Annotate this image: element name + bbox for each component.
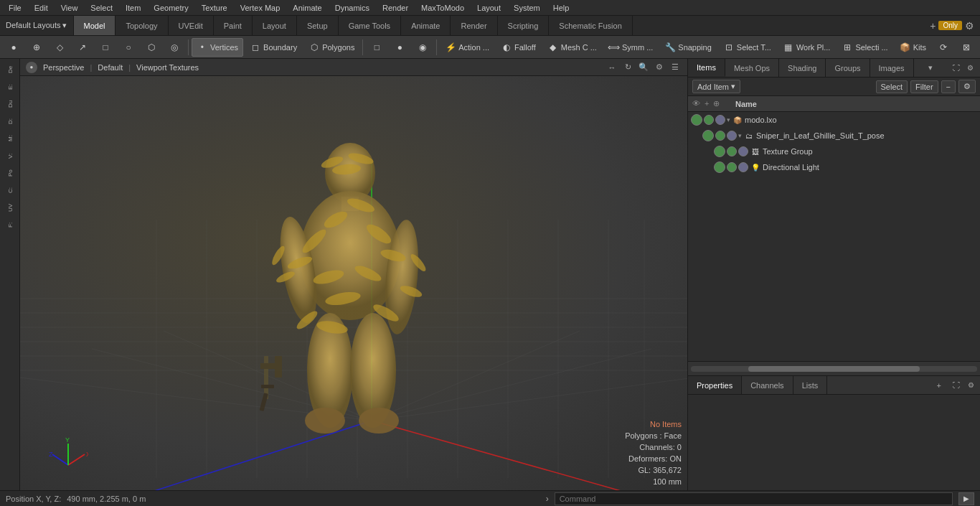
visibility-toggle-texture[interactable] [714,146,725,157]
vis3-light[interactable] [738,162,748,172]
tb-arrow[interactable]: ↗ [72,38,93,57]
shading-label[interactable]: Default [98,63,123,72]
vis2-texture[interactable] [727,146,737,156]
minus-button[interactable]: − [941,80,956,93]
tab-shading[interactable]: Shading [779,59,826,77]
vp-rotate-icon[interactable]: ↻ [621,61,634,74]
menu-vertex-map[interactable]: Vertex Map [235,2,286,14]
layout-tab-setup[interactable]: Setup [297,16,339,35]
ls-item-m[interactable]: M: [2,131,18,146]
list-item-sniper[interactable]: ▾ 🗂 Sniper_in_Leaf_Ghillie_Suit_T_pose [688,128,980,144]
layout-dropdown[interactable]: Default Layouts ▾ [0,16,74,35]
tb-crosshair[interactable]: ⊕ [26,38,47,57]
ls-item-d[interactable]: D: [2,113,18,129]
ls-item-e[interactable]: E: [2,79,18,95]
tb-boundary[interactable]: ◻ Boundary [245,38,302,57]
tb-diamond[interactable]: ◇ [49,38,70,57]
list-item-light[interactable]: 💡 Directional Light [688,159,980,175]
vis3-sniper[interactable] [727,131,737,141]
layout-tab-topology[interactable]: Topology [116,16,168,35]
menu-select[interactable]: Select [85,2,118,14]
props-settings-icon[interactable]: ⚙ [964,379,977,392]
tb-circle[interactable]: ○ [118,38,139,57]
add-item-button[interactable]: Add Item ▾ [692,80,740,93]
ls-item-v[interactable]: V: [2,148,18,164]
tb-action[interactable]: ⚡ Action ... [440,38,494,57]
vp-move-icon[interactable]: ↔ [606,61,618,74]
vis2-light[interactable] [727,162,737,172]
viewport-menu-button[interactable]: ● [26,62,37,73]
layout-tab-scripting[interactable]: Scripting [498,16,550,35]
viewport[interactable]: ● Perspective | Default | Viewport Textu… [20,59,687,490]
layout-tab-uvedit[interactable]: UVEdit [169,16,214,35]
tb-selecti[interactable]: ⊞ Selecti ... [837,38,892,57]
visibility-toggle-sniper[interactable] [702,130,714,141]
layout-tab-model[interactable]: Model [74,16,116,35]
tb-snapping[interactable]: 🔧 Snapping [659,38,717,57]
vp-zoom-icon[interactable]: 🔍 [637,61,650,74]
tb-ring[interactable]: ◉ [412,38,433,57]
tb-hex[interactable]: ⬡ [141,38,162,57]
tab-groups[interactable]: Groups [826,59,870,77]
tab-images[interactable]: Images [870,59,914,77]
layout-tab-schematic[interactable]: Schematic Fusion [549,16,632,35]
tb-vertices[interactable]: • Vertices [192,38,243,57]
menu-layout[interactable]: Layout [471,2,507,14]
tb-polygons[interactable]: ⬡ Polygons [303,38,359,57]
tb-symm[interactable]: ⟺ Symm ... [603,38,658,57]
list-item-modo[interactable]: ▾ 📦 modo.lxo [688,112,980,128]
command-execute-button[interactable]: ▶ [958,492,974,505]
tb-meshc[interactable]: ◆ Mesh C ... [542,38,602,57]
menu-file[interactable]: File [3,2,27,14]
ls-item-du[interactable]: Du [2,96,18,112]
layout-settings-icon[interactable]: ⚙ [965,20,974,32]
tab-lists[interactable]: Lists [793,376,828,394]
vis2-modo[interactable] [704,115,714,125]
menu-system[interactable]: System [508,2,546,14]
layout-tab-paint[interactable]: Paint [214,16,253,35]
vis3-modo[interactable] [715,115,725,125]
items-settings-button[interactable]: ⚙ [958,80,976,93]
ls-item-c[interactable]: C: [2,182,18,198]
tb-sq2[interactable]: □ [366,38,387,57]
panel-settings-icon[interactable]: ⚙ [964,62,977,75]
menu-help[interactable]: Help [547,2,575,14]
menu-render[interactable]: Render [377,2,414,14]
command-input[interactable] [555,492,953,505]
layout-tab-layout[interactable]: Layout [253,16,297,35]
viewport-canvas[interactable]: No Items Polygons : Face Channels: 0 Def… [20,76,687,490]
props-add-tab-button[interactable]: + [931,381,947,390]
menu-animate[interactable]: Animate [287,2,327,14]
ls-item-f[interactable]: F: [2,217,18,233]
select-button[interactable]: Select [876,80,908,93]
vis2-sniper[interactable] [715,131,725,141]
vp-menu-icon[interactable]: ☰ [669,61,682,74]
tb-target[interactable]: ◎ [164,38,185,57]
layout-tab-animate[interactable]: Animate [401,16,451,35]
expand-modo[interactable]: ▾ [727,116,730,123]
tab-mesh-ops[interactable]: Mesh Ops [725,59,779,77]
visibility-toggle-modo[interactable] [691,114,702,126]
tab-items[interactable]: Items [688,59,725,77]
ls-item-pol[interactable]: Po [2,165,18,181]
panel-expand-icon[interactable]: ⛶ [950,62,963,75]
scrollbar-track[interactable] [691,366,977,372]
tb-workpl[interactable]: ▦ Work Pl... [778,38,835,57]
menu-view[interactable]: View [55,2,84,14]
tb-refresh[interactable]: ⟳ [933,38,954,57]
menu-texture[interactable]: Texture [196,2,233,14]
tb-falloff[interactable]: ◐ Falloff [496,38,541,57]
add-panel-tab-button[interactable]: ▾ [923,63,938,72]
menu-item[interactable]: Item [120,2,146,14]
layout-tab-gametools[interactable]: Game Tools [339,16,402,35]
ls-item-uv[interactable]: UV [2,200,18,215]
menu-dynamics[interactable]: Dynamics [329,2,375,14]
star-badge[interactable]: Only [938,21,962,30]
tb-close[interactable]: ⊠ [956,38,977,57]
add-layout-button[interactable]: + [930,20,936,32]
vis3-texture[interactable] [738,146,748,156]
tab-channels[interactable]: Channels [742,376,793,394]
menu-edit[interactable]: Edit [29,2,54,14]
scrollbar-thumb[interactable] [748,366,920,372]
expand-sniper[interactable]: ▾ [738,132,742,139]
